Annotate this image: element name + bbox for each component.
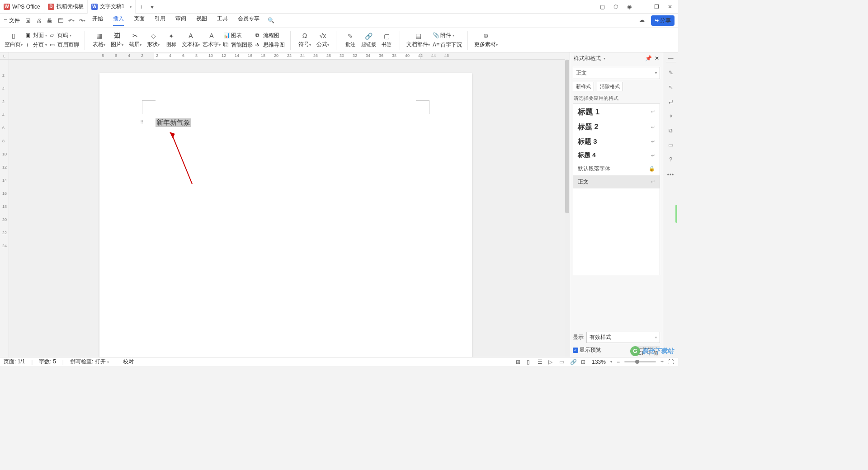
web-view-icon[interactable]: ▭: [559, 359, 566, 365]
zoom-out-button[interactable]: −: [617, 359, 620, 365]
vertical-scrollbar[interactable]: [565, 60, 569, 357]
style-item-h4[interactable]: 标题 4↵: [573, 149, 660, 162]
hamburger-icon[interactable]: ≡: [4, 17, 7, 24]
icon-button[interactable]: ✦图标: [164, 32, 179, 48]
pencil-tool-icon[interactable]: ✎: [667, 69, 675, 77]
close-panel-icon[interactable]: ✕: [655, 55, 659, 61]
tab-start[interactable]: 开始: [92, 15, 103, 26]
redo-icon[interactable]: ↷▾: [79, 17, 86, 24]
more-tools-icon[interactable]: •••: [667, 171, 675, 179]
status-proof[interactable]: 校对: [123, 358, 134, 366]
undo-icon[interactable]: ↶▾: [68, 17, 75, 24]
maximize-icon[interactable]: ❐: [653, 3, 660, 10]
page-number-button[interactable]: ▱页码▾: [50, 32, 79, 39]
collapse-rail-icon[interactable]: —: [666, 55, 676, 62]
horizontal-ruler[interactable]: 8642246810121416182022242628303234363840…: [9, 52, 565, 60]
comment-button[interactable]: ✎批注: [343, 32, 358, 48]
flowchart-button[interactable]: ⧉流程图: [255, 32, 285, 39]
paragraph-handle-icon[interactable]: ⠿: [140, 120, 145, 124]
file-menu[interactable]: 文件: [9, 17, 20, 24]
more-assets-button[interactable]: ⊕更多素材▾: [474, 32, 498, 48]
help-icon[interactable]: ?: [667, 155, 675, 164]
dropcap-button[interactable]: A≡首字下沉: [433, 41, 462, 49]
tab-review[interactable]: 审阅: [175, 15, 186, 26]
style-item-def[interactable]: 默认段落字体🔒: [573, 162, 660, 175]
show-filter-select[interactable]: 有效样式▾: [586, 332, 660, 343]
tab-menu-dropdown[interactable]: ▾: [146, 3, 157, 10]
save-icon[interactable]: 🖫: [24, 17, 32, 24]
style-item-h2[interactable]: 标题 2↵: [573, 120, 660, 135]
zoom-in-button[interactable]: +: [660, 359, 664, 365]
picture-button[interactable]: 🖼图片▾: [109, 32, 125, 48]
minimize-icon[interactable]: —: [639, 3, 646, 10]
status-page[interactable]: 页面: 1/1: [4, 358, 25, 366]
pin-icon[interactable]: 📌: [645, 55, 652, 61]
current-style-select[interactable]: 正文▾: [573, 67, 660, 79]
export-icon[interactable]: 🖨: [35, 17, 42, 24]
cloud-sync-icon[interactable]: ☁: [639, 17, 647, 25]
scrollbar-thumb[interactable]: [565, 60, 569, 213]
page[interactable]: ⠿ 新年新气象: [99, 73, 472, 357]
smartart-button[interactable]: ⿻智能图形: [223, 41, 253, 49]
reading-mode-icon[interactable]: ▢: [599, 3, 606, 10]
structure-tool-icon[interactable]: ⧉: [667, 127, 675, 135]
table-button[interactable]: ▦表格▾: [91, 32, 107, 48]
avatar-icon[interactable]: ◉: [626, 3, 633, 10]
book-tool-icon[interactable]: ▭: [667, 141, 675, 149]
clear-format-button[interactable]: 清除格式: [597, 82, 623, 91]
adjust-tool-icon[interactable]: ⇄: [667, 98, 675, 106]
chart-button[interactable]: 📊图表: [223, 32, 253, 39]
dotgrid-view-icon[interactable]: ⊞: [516, 359, 522, 365]
zoom-value[interactable]: 133%: [592, 359, 606, 365]
status-words[interactable]: 字数: 5: [39, 358, 56, 366]
textbox-button[interactable]: A文本框▾: [182, 32, 200, 48]
status-spellcheck[interactable]: 拼写检查: 打开 ▾: [70, 358, 109, 366]
tab-templates[interactable]: D 找稻壳模板: [44, 0, 88, 14]
close-icon[interactable]: ✕: [666, 3, 674, 10]
tab-reference[interactable]: 引用: [155, 15, 165, 26]
style-item-body[interactable]: 正文↵: [573, 175, 660, 188]
new-tab-button[interactable]: +: [136, 3, 146, 10]
cover-button[interactable]: ▣封面▾: [25, 32, 47, 39]
screenshot-button[interactable]: ✂截屏▾: [127, 32, 143, 48]
tab-member[interactable]: 会员专享: [238, 15, 259, 26]
read-view-icon[interactable]: ▷: [548, 359, 555, 365]
style-item-h1[interactable]: 标题 1↵: [573, 104, 660, 120]
preview-checkbox[interactable]: ✓: [573, 348, 578, 353]
clip-tool-icon[interactable]: ✧: [667, 112, 675, 120]
tab-document[interactable]: W 文字文稿1 •: [88, 0, 136, 14]
equation-button[interactable]: √x公式▾: [315, 32, 330, 48]
tab-wps-office[interactable]: W WPS Office: [0, 0, 44, 14]
vertical-ruler[interactable]: 2424681012141618202224: [0, 60, 9, 357]
print-preview-icon[interactable]: 🗔: [57, 17, 64, 24]
style-item-h3[interactable]: 标题 3↵: [573, 135, 660, 149]
mindmap-button[interactable]: ፨思维导图: [255, 41, 285, 49]
focus-view-icon[interactable]: ⊡: [581, 359, 587, 365]
wordart-button[interactable]: A艺术字▾: [203, 32, 221, 48]
fullscreen-icon[interactable]: ⛶: [668, 359, 675, 365]
page-view-icon[interactable]: ▯: [527, 359, 533, 365]
zoom-slider[interactable]: [624, 361, 656, 362]
search-icon[interactable]: 🔍: [268, 17, 275, 24]
bookmark-button[interactable]: ▢书签: [379, 32, 394, 48]
hyperlink-button[interactable]: 🔗超链接: [361, 32, 376, 48]
tab-view[interactable]: 视图: [196, 15, 207, 26]
outline-view-icon[interactable]: ☰: [538, 359, 544, 365]
box-icon[interactable]: ⬡: [612, 3, 619, 10]
page-break-button[interactable]: ⫞分页▾: [25, 41, 47, 49]
docparts-button[interactable]: ▤文档部件▾: [406, 32, 430, 48]
attachment-button[interactable]: 📎附件▾: [433, 32, 462, 39]
select-tool-icon[interactable]: ↖: [667, 83, 675, 91]
selected-text[interactable]: 新年新气象: [156, 118, 191, 127]
print-icon[interactable]: 🖶: [46, 17, 53, 24]
link-view-icon[interactable]: 🔗: [570, 359, 576, 365]
tab-insert[interactable]: 插入: [113, 15, 124, 26]
new-style-button[interactable]: 新样式: [573, 82, 594, 91]
document-canvas[interactable]: ⠿ 新年新气象: [9, 60, 565, 357]
shape-button[interactable]: ◇形状▾: [146, 32, 161, 48]
header-footer-button[interactable]: ▭页眉页脚: [50, 41, 79, 49]
share-button[interactable]: ↪ 分享: [651, 15, 675, 26]
close-tab-icon[interactable]: •: [129, 3, 132, 10]
blank-page-button[interactable]: ▯空白页▾: [5, 32, 23, 48]
tab-tools[interactable]: 工具: [217, 15, 228, 26]
